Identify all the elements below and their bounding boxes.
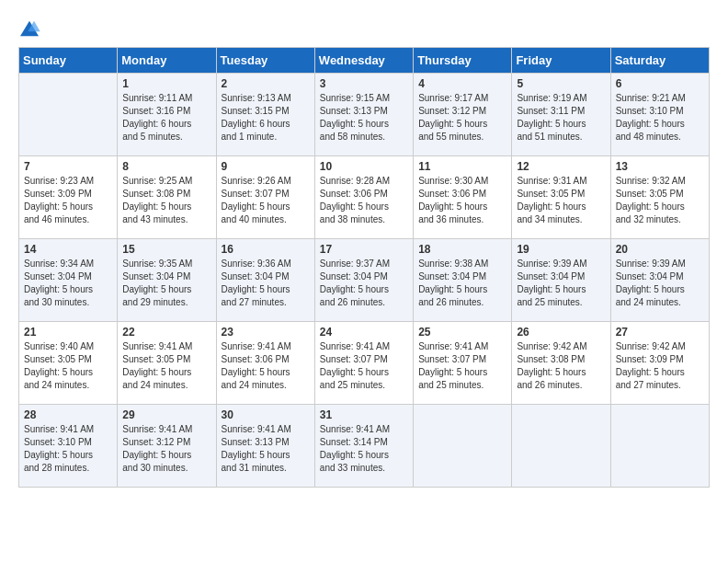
day-number: 12 <box>517 160 605 173</box>
day-cell: 27Sunrise: 9:42 AM Sunset: 3:09 PM Dayli… <box>610 322 709 405</box>
day-cell: 11Sunrise: 9:30 AM Sunset: 3:06 PM Dayli… <box>414 156 512 239</box>
day-info: Sunrise: 9:39 AM Sunset: 3:04 PM Dayligh… <box>616 258 704 309</box>
day-cell: 30Sunrise: 9:41 AM Sunset: 3:13 PM Dayli… <box>216 405 314 488</box>
day-cell: 14Sunrise: 9:34 AM Sunset: 3:04 PM Dayli… <box>19 239 118 322</box>
day-info: Sunrise: 9:40 AM Sunset: 3:05 PM Dayligh… <box>24 340 112 392</box>
day-cell <box>512 405 610 488</box>
day-cell: 29Sunrise: 9:41 AM Sunset: 3:12 PM Dayli… <box>118 405 216 488</box>
day-info: Sunrise: 9:32 AM Sunset: 3:05 PM Dayligh… <box>616 175 704 226</box>
week-row-2: 7Sunrise: 9:23 AM Sunset: 3:09 PM Daylig… <box>19 156 710 239</box>
day-info: Sunrise: 9:38 AM Sunset: 3:04 PM Dayligh… <box>418 258 506 309</box>
day-number: 11 <box>418 160 506 173</box>
logo <box>18 18 44 38</box>
day-number: 24 <box>320 326 408 339</box>
day-number: 25 <box>418 326 506 339</box>
day-number: 20 <box>616 243 704 256</box>
day-info: Sunrise: 9:41 AM Sunset: 3:10 PM Dayligh… <box>24 423 112 475</box>
col-header-friday: Friday <box>512 48 610 74</box>
day-number: 1 <box>122 77 210 90</box>
day-number: 29 <box>122 408 210 421</box>
day-info: Sunrise: 9:41 AM Sunset: 3:13 PM Dayligh… <box>222 423 310 475</box>
day-number: 28 <box>24 408 112 421</box>
day-number: 17 <box>320 243 408 256</box>
col-header-saturday: Saturday <box>610 48 709 74</box>
day-cell: 5Sunrise: 9:19 AM Sunset: 3:11 PM Daylig… <box>512 74 610 156</box>
col-header-tuesday: Tuesday <box>216 48 314 74</box>
day-cell: 31Sunrise: 9:41 AM Sunset: 3:14 PM Dayli… <box>314 405 413 488</box>
day-info: Sunrise: 9:41 AM Sunset: 3:07 PM Dayligh… <box>418 340 506 392</box>
day-info: Sunrise: 9:17 AM Sunset: 3:12 PM Dayligh… <box>418 92 506 144</box>
day-number: 19 <box>517 243 605 256</box>
day-number: 18 <box>418 243 506 256</box>
day-cell <box>19 74 118 156</box>
day-cell: 26Sunrise: 9:42 AM Sunset: 3:08 PM Dayli… <box>512 322 610 405</box>
day-info: Sunrise: 9:37 AM Sunset: 3:04 PM Dayligh… <box>320 258 408 309</box>
day-cell: 25Sunrise: 9:41 AM Sunset: 3:07 PM Dayli… <box>414 322 512 405</box>
col-header-sunday: Sunday <box>19 48 118 74</box>
day-info: Sunrise: 9:41 AM Sunset: 3:07 PM Dayligh… <box>320 340 408 392</box>
day-cell <box>610 405 709 488</box>
col-header-monday: Monday <box>118 48 216 74</box>
col-header-thursday: Thursday <box>414 48 512 74</box>
day-number: 4 <box>418 77 506 90</box>
day-info: Sunrise: 9:35 AM Sunset: 3:04 PM Dayligh… <box>122 258 210 309</box>
day-number: 14 <box>24 243 112 256</box>
day-cell: 19Sunrise: 9:39 AM Sunset: 3:04 PM Dayli… <box>512 239 610 322</box>
day-cell: 15Sunrise: 9:35 AM Sunset: 3:04 PM Dayli… <box>118 239 216 322</box>
day-number: 9 <box>222 160 310 173</box>
header <box>18 18 710 38</box>
day-info: Sunrise: 9:42 AM Sunset: 3:09 PM Dayligh… <box>616 340 704 392</box>
day-cell: 17Sunrise: 9:37 AM Sunset: 3:04 PM Dayli… <box>314 239 413 322</box>
day-number: 3 <box>320 77 408 90</box>
day-info: Sunrise: 9:41 AM Sunset: 3:05 PM Dayligh… <box>122 340 210 392</box>
day-info: Sunrise: 9:25 AM Sunset: 3:08 PM Dayligh… <box>122 175 210 226</box>
day-info: Sunrise: 9:39 AM Sunset: 3:04 PM Dayligh… <box>517 258 605 309</box>
day-info: Sunrise: 9:26 AM Sunset: 3:07 PM Dayligh… <box>222 175 310 226</box>
day-info: Sunrise: 9:30 AM Sunset: 3:06 PM Dayligh… <box>418 175 506 226</box>
day-number: 2 <box>222 77 310 90</box>
day-cell: 3Sunrise: 9:15 AM Sunset: 3:13 PM Daylig… <box>314 74 413 156</box>
day-number: 27 <box>616 326 704 339</box>
day-cell: 20Sunrise: 9:39 AM Sunset: 3:04 PM Dayli… <box>610 239 709 322</box>
week-row-5: 28Sunrise: 9:41 AM Sunset: 3:10 PM Dayli… <box>19 405 710 488</box>
day-cell <box>414 405 512 488</box>
calendar-table: SundayMondayTuesdayWednesdayThursdayFrid… <box>18 47 710 488</box>
day-cell: 18Sunrise: 9:38 AM Sunset: 3:04 PM Dayli… <box>414 239 512 322</box>
day-info: Sunrise: 9:42 AM Sunset: 3:08 PM Dayligh… <box>517 340 605 392</box>
day-info: Sunrise: 9:15 AM Sunset: 3:13 PM Dayligh… <box>320 92 408 144</box>
day-number: 10 <box>320 160 408 173</box>
day-cell: 12Sunrise: 9:31 AM Sunset: 3:05 PM Dayli… <box>512 156 610 239</box>
day-info: Sunrise: 9:13 AM Sunset: 3:15 PM Dayligh… <box>222 92 310 144</box>
day-cell: 23Sunrise: 9:41 AM Sunset: 3:06 PM Dayli… <box>216 322 314 405</box>
day-cell: 6Sunrise: 9:21 AM Sunset: 3:10 PM Daylig… <box>610 74 709 156</box>
day-info: Sunrise: 9:21 AM Sunset: 3:10 PM Dayligh… <box>616 92 704 144</box>
col-header-wednesday: Wednesday <box>314 48 413 74</box>
day-info: Sunrise: 9:23 AM Sunset: 3:09 PM Dayligh… <box>24 175 112 226</box>
day-cell: 22Sunrise: 9:41 AM Sunset: 3:05 PM Dayli… <box>118 322 216 405</box>
day-number: 21 <box>24 326 112 339</box>
day-number: 5 <box>517 77 605 90</box>
day-number: 26 <box>517 326 605 339</box>
day-cell: 1Sunrise: 9:11 AM Sunset: 3:16 PM Daylig… <box>118 74 216 156</box>
day-info: Sunrise: 9:41 AM Sunset: 3:12 PM Dayligh… <box>122 423 210 475</box>
day-info: Sunrise: 9:36 AM Sunset: 3:04 PM Dayligh… <box>222 258 310 309</box>
day-cell: 2Sunrise: 9:13 AM Sunset: 3:15 PM Daylig… <box>216 74 314 156</box>
day-number: 31 <box>320 408 408 421</box>
day-cell: 24Sunrise: 9:41 AM Sunset: 3:07 PM Dayli… <box>314 322 413 405</box>
day-cell: 8Sunrise: 9:25 AM Sunset: 3:08 PM Daylig… <box>118 156 216 239</box>
day-cell: 10Sunrise: 9:28 AM Sunset: 3:06 PM Dayli… <box>314 156 413 239</box>
day-number: 7 <box>24 160 112 173</box>
day-cell: 4Sunrise: 9:17 AM Sunset: 3:12 PM Daylig… <box>414 74 512 156</box>
day-info: Sunrise: 9:41 AM Sunset: 3:06 PM Dayligh… <box>222 340 310 392</box>
day-info: Sunrise: 9:34 AM Sunset: 3:04 PM Dayligh… <box>24 258 112 309</box>
header-row: SundayMondayTuesdayWednesdayThursdayFrid… <box>19 48 710 74</box>
week-row-3: 14Sunrise: 9:34 AM Sunset: 3:04 PM Dayli… <box>19 239 710 322</box>
day-info: Sunrise: 9:11 AM Sunset: 3:16 PM Dayligh… <box>122 92 210 144</box>
day-info: Sunrise: 9:19 AM Sunset: 3:11 PM Dayligh… <box>517 92 605 144</box>
day-number: 16 <box>222 243 310 256</box>
day-cell: 13Sunrise: 9:32 AM Sunset: 3:05 PM Dayli… <box>610 156 709 239</box>
day-info: Sunrise: 9:28 AM Sunset: 3:06 PM Dayligh… <box>320 175 408 226</box>
day-number: 22 <box>122 326 210 339</box>
day-cell: 16Sunrise: 9:36 AM Sunset: 3:04 PM Dayli… <box>216 239 314 322</box>
day-info: Sunrise: 9:41 AM Sunset: 3:14 PM Dayligh… <box>320 423 408 475</box>
